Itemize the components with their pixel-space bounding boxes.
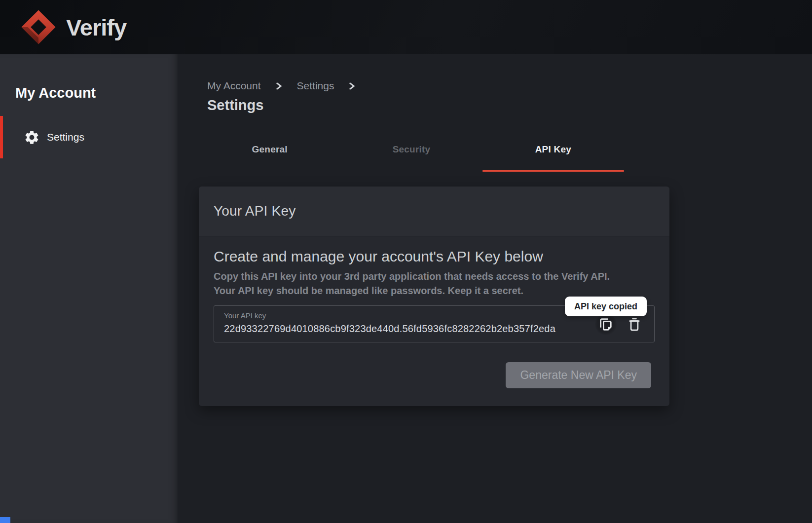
api-key-card: Your API Key API key copied Create and m…	[199, 187, 669, 406]
breadcrumb: My Account Settings	[207, 80, 812, 92]
card-heading: Create and manage your account's API Key…	[214, 248, 655, 265]
card-header: Your API Key	[199, 187, 669, 236]
copy-button[interactable]	[595, 313, 617, 335]
breadcrumb-my-account[interactable]: My Account	[207, 80, 261, 92]
tab-api-key[interactable]: API Key	[482, 137, 624, 172]
chevron-right-icon	[348, 82, 356, 90]
sidebar-item-settings[interactable]: Settings	[0, 116, 178, 158]
api-key-actions	[595, 313, 645, 335]
sidebar-item-label: Settings	[47, 131, 84, 143]
delete-button[interactable]	[624, 313, 645, 335]
breadcrumb-settings[interactable]: Settings	[297, 80, 334, 92]
card-title: Your API Key	[214, 203, 295, 219]
page-title: Settings	[207, 97, 812, 113]
card-description-line2: Your API key should be managed like pass…	[214, 284, 655, 298]
app-title: Verify	[66, 14, 126, 41]
trash-icon	[627, 317, 641, 332]
tab-general[interactable]: General	[199, 137, 340, 172]
sidebar-title: My Account	[15, 85, 178, 101]
card-description: Copy this API key into your 3rd party ap…	[214, 269, 655, 298]
app-logo[interactable]: Verify	[21, 9, 126, 45]
app-header: Verify	[0, 0, 812, 54]
sidebar: My Account Settings	[0, 54, 178, 523]
tab-bar: General Security API Key	[199, 137, 624, 172]
main-content: My Account Settings Settings General Sec…	[178, 54, 812, 523]
verify-diamond-icon	[21, 9, 56, 45]
corner-scroll-indicator	[0, 517, 10, 523]
gear-icon	[24, 129, 40, 146]
api-key-value: 22d93322769d4010886cb9f323de440d.56fd593…	[224, 323, 644, 335]
card-body: Create and manage your account's API Key…	[199, 236, 669, 406]
card-description-line1: Copy this API key into your 3rd party ap…	[214, 269, 655, 284]
chevron-right-icon	[275, 82, 283, 90]
tab-security[interactable]: Security	[340, 137, 482, 172]
generate-api-key-button[interactable]: Generate New API Key	[506, 362, 651, 388]
api-key-copied-toast: API key copied	[565, 297, 647, 316]
active-indicator-bar	[0, 116, 3, 158]
copy-icon	[598, 316, 614, 332]
button-row: Generate New API Key	[214, 362, 655, 388]
